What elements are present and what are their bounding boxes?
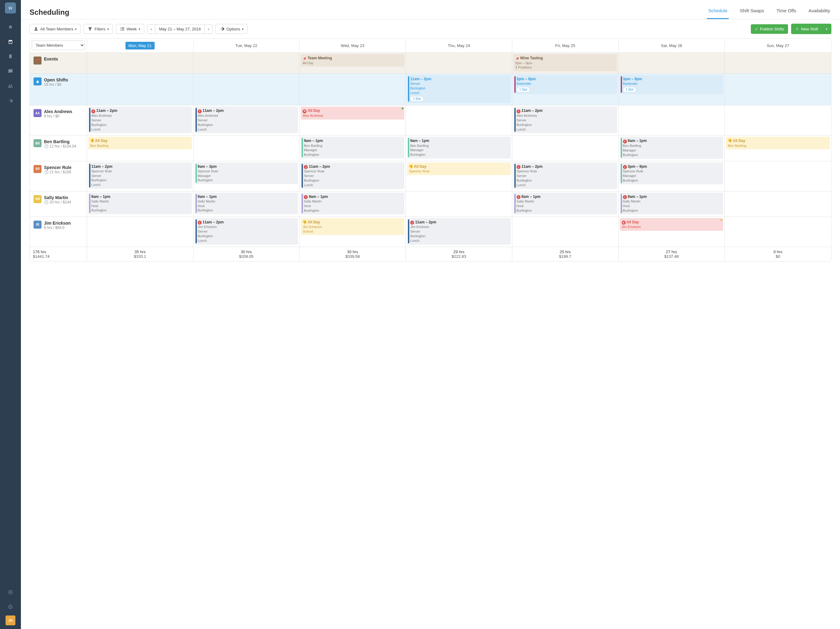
prev-week-button[interactable]: ‹ bbox=[147, 24, 155, 34]
shift-card[interactable]: 📌Wine Tasting5pm – 9pm3 Positions bbox=[513, 54, 617, 71]
schedule-cell[interactable] bbox=[406, 106, 512, 135]
schedule-cell[interactable]: 9am – 3pmSpencer RuleManagerBurlington bbox=[193, 161, 300, 191]
schedule-cell[interactable]: 📌Team MeetingAll Day bbox=[300, 53, 406, 73]
schedule-cell[interactable]: 👎All DayBen Bartling bbox=[725, 136, 831, 161]
tab-time-offs[interactable]: Time Offs bbox=[775, 6, 797, 19]
shift-card[interactable]: 9am – 1pmSally MartinHostBurlington bbox=[88, 193, 192, 214]
schedule-cell[interactable] bbox=[619, 106, 725, 135]
schedule-cell[interactable] bbox=[725, 106, 831, 135]
schedule-cell[interactable] bbox=[406, 191, 512, 217]
shift-card[interactable]: !9am – 1pmSally MartinHostBurlington bbox=[513, 193, 617, 214]
new-shift-dropdown[interactable]: ▾ bbox=[822, 24, 831, 34]
schedule-cell[interactable]: !11am – 2pmAlex AndrewsServerBurlingtonL… bbox=[193, 106, 300, 135]
schedule-cell[interactable] bbox=[406, 53, 512, 73]
team-members-select[interactable]: Team Members bbox=[32, 41, 85, 50]
schedule-cell[interactable]: ✕All DayAlex Andrews bbox=[300, 106, 406, 135]
shift-card[interactable]: !11am – 2pmSpencer RuleServerBurlingtonL… bbox=[301, 162, 404, 189]
shift-card[interactable]: 👎All DayBen Bartling bbox=[726, 137, 830, 149]
member-name[interactable]: Alex Andrews bbox=[44, 109, 72, 114]
shift-card[interactable]: 9am – 1pmSally MartinHostBurlington bbox=[195, 193, 298, 214]
shift-card[interactable]: ✕All DayAlex Andrews bbox=[301, 107, 404, 119]
publish-shifts-button[interactable]: ✓ Publish Shifts bbox=[751, 24, 788, 34]
member-name[interactable]: Spencer Rule bbox=[44, 165, 71, 170]
member-name[interactable]: Ben Bartling bbox=[44, 139, 76, 144]
day-header[interactable]: Mon, May 21 bbox=[87, 39, 193, 52]
schedule-cell[interactable]: !9am – 1pmSally MartinHostBurlington bbox=[300, 191, 406, 217]
shift-card[interactable]: 3pm – 9pmBartender1 Slot bbox=[620, 75, 723, 94]
schedule-cell[interactable]: !9am – 1pmBen BartlingManagerBurlington bbox=[619, 136, 725, 161]
member-avatar[interactable]: SR bbox=[33, 165, 41, 173]
schedule-cell[interactable] bbox=[87, 53, 193, 73]
member-avatar[interactable]: BB bbox=[33, 139, 41, 147]
member-avatar[interactable]: AA bbox=[33, 109, 41, 117]
schedule-cell[interactable]: 👎All DayBen Bartling bbox=[87, 136, 193, 161]
schedule-cell[interactable] bbox=[725, 53, 831, 73]
schedule-cell[interactable] bbox=[87, 217, 193, 247]
shift-card[interactable]: 9am – 1pmBen BartlingManagerBurlington bbox=[301, 137, 404, 159]
chat-icon[interactable] bbox=[4, 65, 17, 77]
logout-icon[interactable] bbox=[4, 601, 17, 613]
shift-card[interactable]: 11am – 2pmSpencer RuleServerBurlingtonLu… bbox=[88, 162, 192, 189]
shift-card[interactable]: !11am – 2pmJim EricksonServerBurlingtonL… bbox=[195, 218, 298, 244]
schedule-cell[interactable]: 9am – 1pmBen BartlingManagerBurlington bbox=[300, 136, 406, 161]
view-dropdown[interactable]: Week ▾ bbox=[116, 24, 144, 34]
schedule-cell[interactable]: 3pm – 9pmBartender1 Slot bbox=[619, 74, 725, 105]
schedule-cell[interactable] bbox=[512, 136, 619, 161]
schedule-cell[interactable]: 9am – 1pmSally MartinHostBurlington bbox=[87, 191, 193, 217]
schedule-cell[interactable]: !11am – 2pmJim EricksonServerBurlingtonL… bbox=[193, 217, 300, 247]
schedule-cell[interactable] bbox=[300, 74, 406, 105]
shift-card[interactable]: 📌Team MeetingAll Day bbox=[301, 54, 404, 67]
shift-card[interactable]: 👎All DayJim EricksonSchool bbox=[301, 218, 404, 235]
date-range-button[interactable]: May 21 – May 27, 2018 bbox=[155, 24, 205, 34]
tab-availability[interactable]: Availability bbox=[807, 6, 831, 19]
shift-card[interactable]: !9am – 1pmBen BartlingManagerBurlington bbox=[620, 137, 723, 159]
new-shift-button[interactable]: ＋ New Shift bbox=[791, 24, 822, 34]
filters-button[interactable]: Filters ▾ bbox=[84, 24, 112, 34]
member-avatar[interactable]: SM bbox=[33, 195, 41, 203]
schedule-cell[interactable] bbox=[193, 74, 300, 105]
shift-card[interactable]: 👎All DaySpencer Rule bbox=[407, 162, 511, 175]
schedule-cell[interactable]: !11am – 2pmSpencer RuleServerBurlingtonL… bbox=[300, 161, 406, 191]
day-header[interactable]: Wed, May 23 bbox=[300, 39, 406, 52]
home-icon[interactable] bbox=[4, 21, 17, 33]
tab-schedule[interactable]: Schedule bbox=[707, 6, 729, 19]
people-icon[interactable] bbox=[4, 80, 17, 92]
schedule-cell[interactable]: !9am – 1pmSally MartinHostBurlington bbox=[619, 191, 725, 217]
day-header[interactable]: Fri, May 25 bbox=[512, 39, 619, 52]
schedule-cell[interactable] bbox=[725, 161, 831, 191]
schedule-cell[interactable]: !3pm – 9pmSpencer RuleManagerBurlington bbox=[619, 161, 725, 191]
shift-card[interactable]: 9am – 3pmSpencer RuleManagerBurlington bbox=[195, 162, 298, 184]
schedule-cell[interactable]: 9am – 1pmSally MartinHostBurlington bbox=[193, 191, 300, 217]
schedule-cell[interactable] bbox=[193, 136, 300, 161]
shift-card[interactable]: !11am – 2pmJim EricksonServerBurlingtonL… bbox=[407, 218, 511, 244]
bookmark-icon[interactable] bbox=[4, 50, 17, 63]
shift-card[interactable]: 3pm – 9pmBartender1 Slot bbox=[513, 75, 617, 94]
day-header[interactable]: Sat, May 26 bbox=[619, 39, 725, 52]
schedule-cell[interactable] bbox=[725, 74, 831, 105]
schedule-cell[interactable] bbox=[725, 217, 831, 247]
schedule-cell[interactable]: !9am – 1pmSally MartinHostBurlington bbox=[512, 191, 619, 217]
schedule-cell[interactable]: 11am – 2pmSpencer RuleServerBurlingtonLu… bbox=[87, 161, 193, 191]
shift-card[interactable]: !11am – 2pmAlex AndrewsServerBurlingtonL… bbox=[88, 107, 192, 133]
schedule-cell[interactable] bbox=[512, 217, 619, 247]
shift-card[interactable]: !9am – 1pmSally MartinHostBurlington bbox=[301, 193, 404, 214]
member-avatar[interactable]: JE bbox=[33, 221, 41, 229]
shift-card[interactable]: !11am – 2pmAlex AndrewsServerBurlingtonL… bbox=[195, 107, 298, 133]
schedule-cell[interactable]: 11am – 2pmServerBurlingtonLunch1 Slot bbox=[406, 74, 512, 105]
user-avatar[interactable]: JH bbox=[6, 615, 15, 625]
settings-icon[interactable] bbox=[4, 95, 17, 107]
schedule-cell[interactable]: !11am – 2pmJim EricksonServerBurlingtonL… bbox=[406, 217, 512, 247]
schedule-cell[interactable] bbox=[619, 53, 725, 73]
shift-card[interactable]: ✕All DayJim Erickson bbox=[620, 218, 723, 231]
member-name[interactable]: Jim Erickson bbox=[44, 221, 71, 225]
schedule-cell[interactable] bbox=[725, 191, 831, 217]
schedule-cell[interactable]: !11am – 2pmAlex AndrewsServerBurlingtonL… bbox=[87, 106, 193, 135]
schedule-cell[interactable]: 📌Wine Tasting5pm – 9pm3 Positions bbox=[512, 53, 619, 73]
shift-card[interactable]: !11am – 2pmSpencer RuleServerBurlingtonL… bbox=[513, 162, 617, 189]
schedule-cell[interactable] bbox=[193, 53, 300, 73]
shift-card[interactable]: 9am – 1pmBen BartlingManagerBurlington bbox=[407, 137, 511, 159]
day-header[interactable]: Thu, May 24 bbox=[406, 39, 512, 52]
tab-shift-swaps[interactable]: Shift Swaps bbox=[739, 6, 765, 19]
schedule-cell[interactable]: ✕All DayJim Erickson bbox=[619, 217, 725, 247]
member-name[interactable]: Sally Martin bbox=[44, 195, 71, 200]
